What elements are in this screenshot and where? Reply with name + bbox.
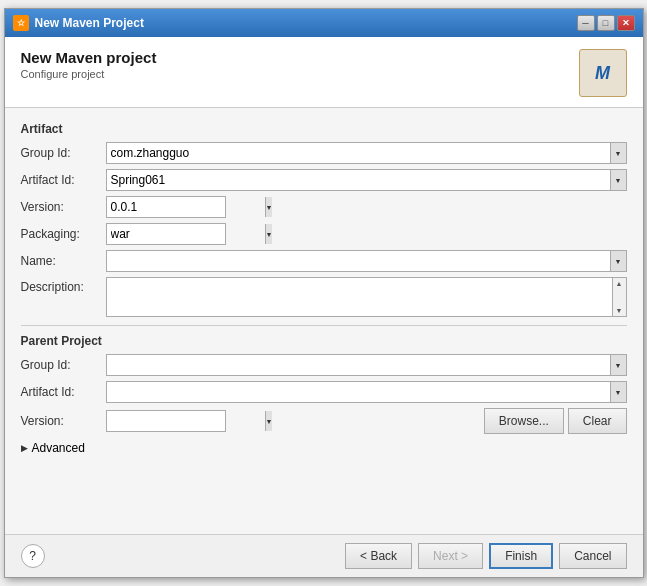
scroll-up-icon: ▲ [616, 280, 623, 287]
parent-group-id-row: Group Id: ▼ [21, 354, 627, 376]
name-dropdown-btn[interactable]: ▼ [610, 251, 626, 271]
parent-version-row: Version: ▼ Browse... Clear [21, 408, 627, 434]
group-id-combo: ▼ [106, 142, 627, 164]
advanced-row[interactable]: ▶ Advanced [21, 439, 627, 457]
group-id-dropdown-btn[interactable]: ▼ [610, 143, 626, 163]
group-id-input[interactable] [107, 143, 610, 163]
group-id-row: Group Id: ▼ [21, 142, 627, 164]
help-button[interactable]: ? [21, 544, 45, 568]
browse-clear-group: Browse... Clear [484, 408, 627, 434]
name-input[interactable] [107, 251, 610, 271]
version-dropdown-btn[interactable]: ▼ [265, 197, 273, 217]
maximize-button[interactable]: □ [597, 15, 615, 31]
version-input[interactable] [107, 197, 265, 217]
artifact-id-dropdown-btn[interactable]: ▼ [610, 170, 626, 190]
minimize-button[interactable]: ─ [577, 15, 595, 31]
parent-group-id-combo: ▼ [106, 354, 627, 376]
group-id-label: Group Id: [21, 146, 106, 160]
parent-group-id-input[interactable] [107, 355, 610, 375]
browse-button[interactable]: Browse... [484, 408, 564, 434]
parent-section-label: Parent Project [21, 334, 627, 348]
header-section: New Maven project Configure project M [5, 37, 643, 108]
title-bar-buttons: ─ □ ✕ [577, 15, 635, 31]
scroll-down-icon: ▼ [616, 307, 623, 314]
version-combo: ▼ [106, 196, 226, 218]
maven-icon: M [579, 49, 627, 97]
finish-button[interactable]: Finish [489, 543, 553, 569]
content-area: Artifact Group Id: ▼ Artifact Id: ▼ Vers… [5, 108, 643, 534]
parent-version-dropdown-btn[interactable]: ▼ [265, 411, 273, 431]
packaging-dropdown-btn[interactable]: ▼ [265, 224, 273, 244]
parent-artifact-id-dropdown-btn[interactable]: ▼ [610, 382, 626, 402]
parent-artifact-id-combo: ▼ [106, 381, 627, 403]
packaging-row: Packaging: ▼ [21, 223, 627, 245]
description-label: Description: [21, 277, 106, 294]
description-scrollbar[interactable]: ▲ ▼ [613, 277, 627, 317]
footer: ? < Back Next > Finish Cancel [5, 534, 643, 577]
parent-artifact-id-input[interactable] [107, 382, 610, 402]
footer-buttons: < Back Next > Finish Cancel [345, 543, 626, 569]
parent-version-label: Version: [21, 414, 106, 428]
main-window: ☆ New Maven Project ─ □ ✕ New Maven proj… [4, 8, 644, 578]
version-row: Version: ▼ [21, 196, 627, 218]
section-divider [21, 325, 627, 326]
clear-button[interactable]: Clear [568, 408, 627, 434]
back-button[interactable]: < Back [345, 543, 412, 569]
window-icon: ☆ [13, 15, 29, 31]
header-text: New Maven project Configure project [21, 49, 157, 80]
close-button[interactable]: ✕ [617, 15, 635, 31]
packaging-label: Packaging: [21, 227, 106, 241]
artifact-id-row: Artifact Id: ▼ [21, 169, 627, 191]
name-combo: ▼ [106, 250, 627, 272]
artifact-section-label: Artifact [21, 122, 627, 136]
title-bar: ☆ New Maven Project ─ □ ✕ [5, 9, 643, 37]
parent-version-combo: ▼ [106, 410, 226, 432]
parent-artifact-id-row: Artifact Id: ▼ [21, 381, 627, 403]
header-title: New Maven project [21, 49, 157, 66]
description-row: Description: ▲ ▼ [21, 277, 627, 317]
version-label: Version: [21, 200, 106, 214]
next-button[interactable]: Next > [418, 543, 483, 569]
artifact-id-combo: ▼ [106, 169, 627, 191]
parent-version-input[interactable] [107, 411, 265, 431]
parent-artifact-id-label: Artifact Id: [21, 385, 106, 399]
parent-group-id-label: Group Id: [21, 358, 106, 372]
window-title: New Maven Project [35, 16, 144, 30]
artifact-id-label: Artifact Id: [21, 173, 106, 187]
packaging-input[interactable] [107, 224, 265, 244]
cancel-button[interactable]: Cancel [559, 543, 626, 569]
description-input[interactable] [106, 277, 613, 317]
parent-group-id-dropdown-btn[interactable]: ▼ [610, 355, 626, 375]
advanced-arrow-icon: ▶ [21, 443, 28, 453]
packaging-combo: ▼ [106, 223, 226, 245]
header-subtitle: Configure project [21, 68, 157, 80]
description-wrapper: ▲ ▼ [106, 277, 627, 317]
artifact-id-input[interactable] [107, 170, 610, 190]
advanced-label: Advanced [32, 441, 85, 455]
name-label: Name: [21, 254, 106, 268]
name-row: Name: ▼ [21, 250, 627, 272]
